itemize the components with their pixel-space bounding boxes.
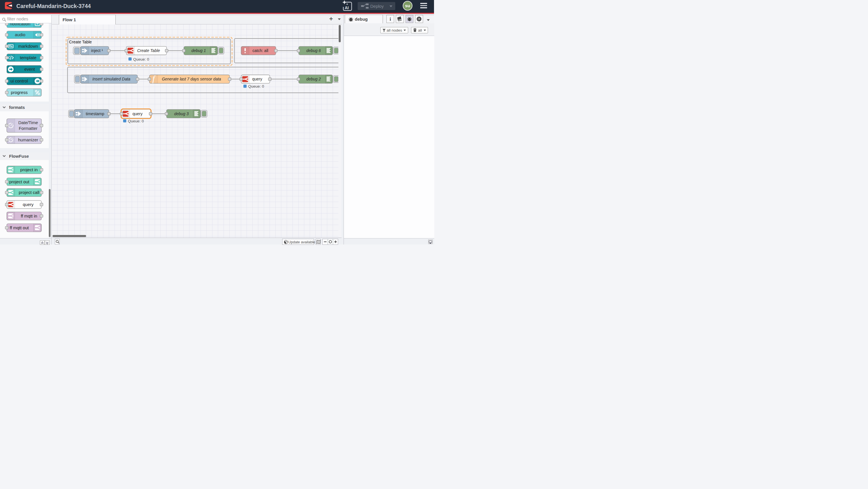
svg-text:debug 3: debug 3 [174, 112, 189, 116]
svg-text:Date/Time: Date/Time [19, 120, 38, 125]
svg-text:query: query [252, 77, 262, 81]
svg-text:notification: notification [10, 23, 30, 26]
svg-text:Formatter: Formatter [19, 126, 37, 131]
svg-text:Insert simulated Data: Insert simulated Data [92, 77, 130, 81]
svg-text:Queue: 0: Queue: 0 [133, 57, 149, 61]
svg-text:project call: project call [19, 190, 39, 195]
svg-text:FlowFuse: FlowFuse [9, 154, 29, 159]
svg-text:AI: AI [345, 5, 349, 10]
svg-text:Create Table: Create Table [137, 48, 160, 53]
svg-text:Create Table: Create Table [69, 40, 92, 44]
svg-text:ui control: ui control [11, 79, 28, 83]
svg-text:ff mqtt in: ff mqtt in [21, 213, 37, 218]
svg-text:audio: audio [15, 32, 26, 37]
svg-text:Queue: 0: Queue: 0 [248, 84, 265, 88]
svg-text:Generate last 7 days sensor da: Generate last 7 days sensor data [162, 77, 221, 81]
svg-text:inject ¹: inject ¹ [91, 48, 103, 53]
svg-text:markdown: markdown [18, 44, 38, 49]
svg-text:Queue: 0: Queue: 0 [128, 119, 144, 123]
svg-text:template: template [20, 55, 36, 60]
svg-text:project out: project out [9, 179, 30, 184]
svg-text:formats: formats [9, 105, 25, 110]
svg-text:ff mqtt out: ff mqtt out [10, 225, 29, 230]
svg-text:progress: progress [11, 90, 28, 95]
svg-text:humanizer: humanizer [18, 137, 38, 142]
svg-text:catch: all: catch: all [252, 48, 268, 53]
svg-text:timestamp: timestamp [86, 112, 104, 116]
svg-text:debug 1: debug 1 [191, 48, 206, 53]
svg-text:project in: project in [20, 167, 38, 172]
svg-text:debug 6: debug 6 [306, 48, 321, 53]
svg-text:query: query [23, 202, 34, 207]
svg-text:query: query [132, 112, 143, 116]
svg-text:debug 2: debug 2 [306, 77, 321, 81]
svg-text:event: event [24, 67, 35, 71]
